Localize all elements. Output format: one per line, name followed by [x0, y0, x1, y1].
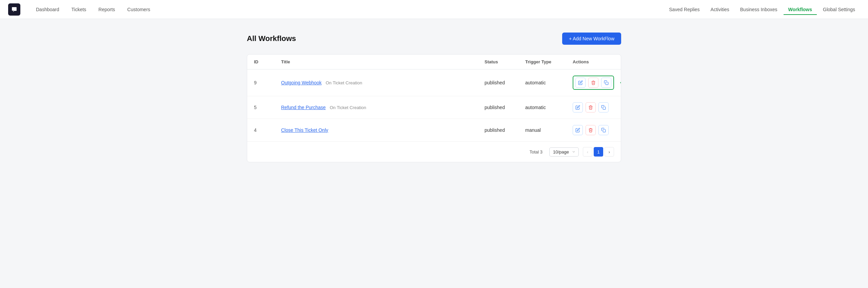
- nav-item-dashboard[interactable]: Dashboard: [31, 4, 64, 15]
- col-header-title: Title: [274, 55, 478, 69]
- workflow-link-close-ticket[interactable]: Close This Ticket Only: [281, 127, 328, 133]
- per-page-select[interactable]: 10/page 25/page 50/page: [549, 147, 579, 157]
- row-5-tag: On Ticket Creation: [330, 105, 366, 110]
- svg-rect-3: [603, 107, 606, 109]
- nav-item-workflows[interactable]: Workflows: [784, 4, 817, 15]
- workflow-link-refund[interactable]: Refund the Purchase: [281, 105, 326, 110]
- col-header-id: ID: [247, 55, 274, 69]
- action-buttons-row-9: [573, 76, 614, 90]
- copy-button-row-5[interactable]: [598, 102, 609, 112]
- row-4-title: Close This Ticket Only: [274, 119, 478, 142]
- row-5-trigger: automatic: [518, 96, 566, 119]
- row-9-id: 9: [247, 69, 274, 96]
- edit-button-row-5[interactable]: [573, 102, 583, 112]
- copy-button-row-9[interactable]: [601, 78, 611, 88]
- svg-rect-4: [603, 129, 606, 132]
- row-4-status: published: [478, 119, 518, 142]
- table-row: 4 Close This Ticket Only published manua…: [247, 119, 621, 142]
- workflows-table-container: ID Title Status Trigger Type Actions 9 O…: [247, 54, 621, 162]
- row-9-tag: On Ticket Creation: [326, 80, 362, 85]
- table-row: 5 Refund the Purchase On Ticket Creation…: [247, 96, 621, 119]
- table-row: 9 Outgoing Webhook On Ticket Creation pu…: [247, 69, 621, 96]
- row-4-trigger: manual: [518, 119, 566, 142]
- svg-rect-1: [606, 82, 608, 85]
- copy-button-row-4[interactable]: [598, 125, 609, 135]
- col-header-actions: Actions: [566, 55, 621, 69]
- col-header-status: Status: [478, 55, 518, 69]
- nav-item-reports[interactable]: Reports: [94, 4, 120, 15]
- navbar-left: Dashboard Tickets Reports Customers: [31, 4, 664, 15]
- prev-page-button[interactable]: ‹: [583, 147, 592, 157]
- navbar-right: Saved Replies Activities Business Inboxe…: [664, 4, 860, 15]
- table-header-row: ID Title Status Trigger Type Actions: [247, 55, 621, 69]
- row-5-title: Refund the Purchase On Ticket Creation: [274, 96, 478, 119]
- main-content: All Workflows + Add New WorkFlow ID Titl…: [231, 19, 637, 176]
- delete-button-row-9[interactable]: [588, 78, 598, 88]
- row-9-status: published: [478, 69, 518, 96]
- nav-item-business-inboxes[interactable]: Business Inboxes: [735, 4, 782, 15]
- row-5-id: 5: [247, 96, 274, 119]
- nav-item-customers[interactable]: Customers: [122, 4, 155, 15]
- pagination-nav: ‹ 1 ›: [583, 147, 614, 157]
- edit-button-row-4[interactable]: [573, 125, 583, 135]
- workflow-link-outgoing-webhook[interactable]: Outgoing Webhook: [281, 80, 322, 85]
- nav-item-activities[interactable]: Activities: [706, 4, 734, 15]
- action-buttons-row-4: [573, 125, 614, 135]
- nav-item-tickets[interactable]: Tickets: [67, 4, 91, 15]
- pagination-total: Total 3: [530, 149, 542, 155]
- page-title: All Workflows: [247, 34, 296, 43]
- row-9-actions: [566, 69, 621, 96]
- navbar: Dashboard Tickets Reports Customers Save…: [0, 0, 868, 19]
- next-page-button[interactable]: ›: [605, 147, 614, 157]
- row-9-trigger: automatic: [518, 69, 566, 96]
- page-header: All Workflows + Add New WorkFlow: [247, 33, 621, 45]
- workflows-table: ID Title Status Trigger Type Actions 9 O…: [247, 55, 621, 141]
- edit-button-row-9[interactable]: [575, 78, 586, 88]
- nav-item-saved-replies[interactable]: Saved Replies: [664, 4, 704, 15]
- svg-rect-0: [12, 7, 16, 11]
- delete-button-row-5[interactable]: [586, 102, 596, 112]
- row-4-id: 4: [247, 119, 274, 142]
- nav-item-global-settings[interactable]: Global Settings: [818, 4, 860, 15]
- row-4-actions: [566, 119, 621, 142]
- app-logo: [8, 3, 20, 16]
- col-header-trigger: Trigger Type: [518, 55, 566, 69]
- action-buttons-row-5: [573, 102, 614, 112]
- pagination: Total 3 10/page 25/page 50/page ‹ 1 ›: [247, 141, 621, 162]
- row-5-status: published: [478, 96, 518, 119]
- row-5-actions: [566, 96, 621, 119]
- page-1-button[interactable]: 1: [594, 147, 603, 157]
- row-9-title: Outgoing Webhook On Ticket Creation: [274, 69, 478, 96]
- add-workflow-button[interactable]: + Add New WorkFlow: [562, 33, 621, 45]
- green-arrow-annotation: [617, 74, 621, 91]
- delete-button-row-4[interactable]: [586, 125, 596, 135]
